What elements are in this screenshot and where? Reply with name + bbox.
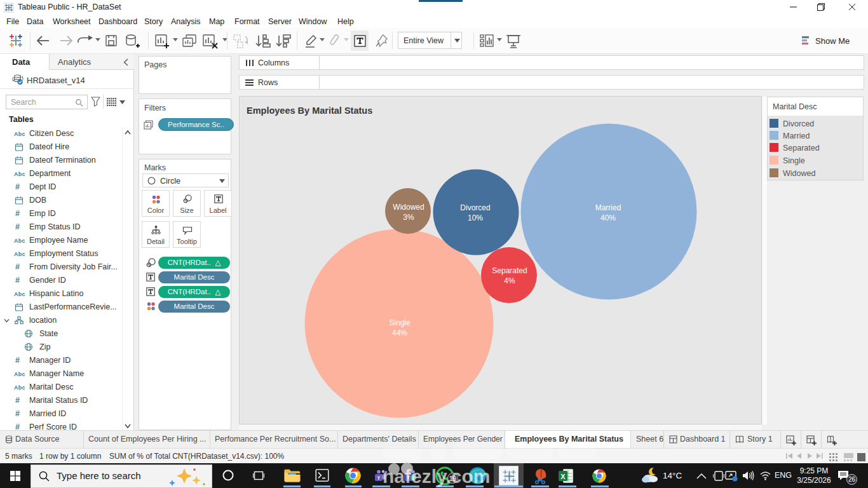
svg-text:40%: 40% (600, 214, 616, 222)
svg-text:3%: 3% (403, 213, 414, 222)
svg-text:Married: Married (595, 203, 621, 212)
svg-text:Separated: Separated (492, 266, 527, 275)
svg-text:Single: Single (389, 318, 410, 327)
svg-text:10%: 10% (468, 214, 483, 222)
svg-text:2: 2 (412, 476, 414, 480)
svg-text:44%: 44% (392, 329, 407, 337)
svg-text:Divorced: Divorced (460, 203, 490, 212)
svg-text:Widowed: Widowed (393, 203, 424, 212)
svg-text:T: T (377, 475, 381, 481)
svg-text:T: T (407, 475, 410, 480)
svg-text:4%: 4% (504, 276, 515, 285)
svg-text:X: X (560, 473, 566, 480)
